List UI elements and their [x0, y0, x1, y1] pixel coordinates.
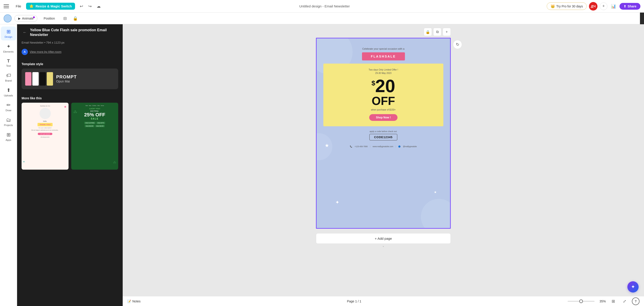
stats-button[interactable]: 📊 [610, 2, 617, 10]
left-panel-header: ← Yellow Blue Cute Flash sale promotion … [17, 24, 123, 41]
thumb1-star: ★ [64, 105, 67, 108]
sidebar-design-label: Design [4, 36, 12, 38]
sidebar-icons: ⊞ Design ✦ Elements T Text 🏷 Brand ⬆ Upl… [0, 24, 17, 306]
design-canvas-wrapper: 🔒 ⧉ + ↻ ★ ★ ✦ ★ [316, 38, 451, 250]
sidebar-item-elements[interactable]: ✦ Elements [1, 41, 16, 55]
price-amount: 20 [375, 77, 395, 95]
resize-magic-switch-button[interactable]: ⭐ Resize & Magic Switch [26, 3, 75, 10]
dollar-sign: $ [372, 79, 375, 87]
try-pro-button[interactable]: 👑 Try Pro for 30 days [547, 2, 587, 10]
thumb2-clover1: ☘ [73, 110, 78, 115]
sidebar-elements-label: Elements [3, 50, 14, 53]
notes-icon: 📝 [127, 300, 131, 303]
color-circle[interactable] [4, 14, 12, 22]
canvas-scroll[interactable]: 🔒 ⧉ + ↻ ★ ★ ✦ ★ [123, 24, 644, 296]
crown-icon: 👑 [550, 4, 555, 8]
position-button[interactable]: Position [40, 15, 58, 22]
sidebar-draw-label: Draw [6, 109, 12, 112]
sidebar-uploads-label: Uploads [4, 94, 13, 97]
swatch-yellow [47, 72, 53, 86]
author-link[interactable]: View more by After.room [30, 50, 61, 54]
title-area: Untitled design - Email Newsletter [105, 4, 544, 8]
sidebar-item-design[interactable]: ⊞ Design [1, 26, 16, 40]
canvas-content: Celebrate your special occasion with a F… [323, 48, 443, 148]
phone-icon: 📞 [350, 145, 352, 148]
duplicate-canvas-button[interactable]: ⧉ [433, 28, 441, 36]
canvas-controls-top: 🔒 ⧉ + [424, 28, 451, 36]
sidebar-item-apps[interactable]: ⊞ Apps [1, 130, 16, 144]
sidebar-item-text[interactable]: T Text [1, 56, 16, 70]
thumb2-sale: SALE [91, 118, 99, 120]
plus-button[interactable]: + [600, 2, 607, 10]
more-like-this-section: More like this Sarfasi & Co Hello, THANK… [17, 93, 123, 174]
thumbnails-grid: Sarfasi & Co Hello, THANK YOU! For your … [22, 103, 118, 170]
star-4: ★ [434, 190, 437, 194]
zoom-area: 35% [568, 300, 606, 303]
sidebar-text-label: Text [6, 64, 10, 67]
notes-button[interactable]: 📝 Notes [127, 300, 141, 303]
refresh-button[interactable]: ↻ [453, 40, 462, 49]
apply-text: apply a code before check out: [370, 130, 397, 132]
template-style-card[interactable]: PROMPT Opun Mai [22, 68, 118, 89]
thumb1-cta: Let's get started! [38, 133, 52, 135]
color-swatches [25, 72, 53, 86]
shop-now-button[interactable]: Shop Now ! [369, 114, 398, 121]
add-page-button[interactable]: + Add page [316, 233, 451, 244]
hamburger-menu[interactable] [4, 3, 11, 10]
animate-button[interactable]: ▶ Animate [14, 15, 37, 22]
author-avatar: A [22, 49, 28, 55]
animate-label: Animate [22, 17, 34, 20]
thumb2-categories: SALE CLOTHING SALE GIFTS [84, 122, 105, 124]
scroll-down-hint: ˅ [316, 246, 451, 250]
sidebar-brand-label: Brand [5, 79, 12, 82]
sidebar-item-draw[interactable]: ✏ Draw [1, 100, 16, 114]
undo-button[interactable]: ↩ [78, 2, 86, 10]
thumbnail-2[interactable]: Sale New Clothes Gifts Home LUCKY YOU! E… [71, 103, 118, 170]
thumb1-subtitle: For your subscription! [39, 127, 52, 128]
magic-icon: ✦ [631, 284, 635, 290]
thumb1-social: @reallygreatsite [41, 136, 50, 138]
back-button[interactable]: ← [22, 29, 28, 36]
sidebar-item-brand[interactable]: 🏷 Brand [1, 70, 16, 84]
flashsale-badge: FLASHSALE [362, 52, 405, 60]
celebrate-text: Celebrate your special occasion with a [362, 48, 404, 50]
design-canvas[interactable]: ★ ★ ✦ ★ Celebrate your special occasion … [316, 38, 451, 229]
zoom-slider[interactable] [568, 301, 594, 302]
share-label: Share [628, 4, 636, 8]
topbar-right: 👑 Try Pro for 30 days ДЧ + 📊 ⬆ Share [547, 2, 640, 10]
file-menu[interactable]: File [14, 3, 23, 9]
user-avatar[interactable]: ДЧ [589, 2, 598, 10]
redo-button[interactable]: ↪ [86, 2, 94, 10]
thumbnail-1[interactable]: Sarfasi & Co Hello, THANK YOU! For your … [22, 103, 68, 170]
lock-icon[interactable]: 🔒 [72, 14, 79, 22]
sidebar-projects-label: Projects [4, 124, 13, 126]
footer-divider2: | [396, 145, 396, 148]
star-icon: ⭐ [29, 4, 34, 8]
help-button[interactable]: ? [632, 298, 640, 305]
sidebar-item-uploads[interactable]: ⬆ Uploads [1, 85, 16, 99]
thumb1-title: THANK YOU! [38, 123, 52, 126]
thumb1-body: We are happy to welcome you to our commu… [32, 130, 59, 131]
template-meta: Email Newsletter • 794 x 1123 px [17, 41, 123, 47]
sidebar-apps-label: Apps [6, 138, 11, 141]
share-button[interactable]: ⬆ Share [620, 3, 640, 10]
off-label: OFF [372, 95, 395, 107]
topbar: File ⭐ Resize & Magic Switch ↩ ↪ ☁ Untit… [0, 0, 644, 12]
magic-button[interactable]: ✦ [627, 281, 638, 292]
page-info: Page 1 / 1 [144, 300, 564, 303]
zoom-thumb[interactable] [579, 300, 583, 303]
left-panel: ← Yellow Blue Cute Flash sale promotion … [17, 24, 123, 306]
thumb1-hello: Hello, [43, 120, 47, 122]
cloud-save-button[interactable]: ☁ [95, 2, 102, 10]
elements-icon: ✦ [6, 44, 10, 50]
align-icon[interactable]: ⊟ [61, 14, 69, 22]
zoom-percentage: 35% [597, 300, 606, 303]
position-label: Position [44, 17, 55, 20]
expand-button[interactable]: ⤢ [621, 298, 628, 305]
thumb1-logo [40, 108, 51, 119]
lock-canvas-button[interactable]: 🔒 [424, 28, 432, 36]
add-canvas-button[interactable]: + [443, 28, 451, 36]
grid-view-button[interactable]: ⊞ [610, 298, 617, 305]
uploads-icon: ⬆ [6, 88, 10, 93]
sidebar-item-projects[interactable]: 🗂 Projects [1, 115, 16, 129]
